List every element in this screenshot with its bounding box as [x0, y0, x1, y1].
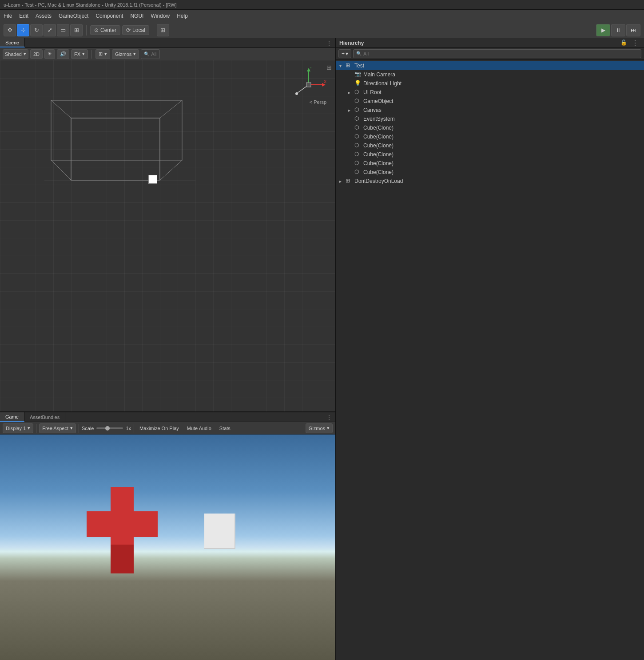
hierarchy-item-4[interactable]: ⬡ GameObject	[336, 97, 644, 106]
rotate-tool-button[interactable]: ↻	[30, 24, 43, 36]
scene-viewport[interactable]: Y X < Persp ⊞	[0, 60, 335, 411]
menu-ngui[interactable]: NGUI	[130, 13, 143, 19]
hierarchy-item-10[interactable]: ⬡ Cube(Clone)	[336, 150, 644, 159]
hierarchy-item-2[interactable]: 💡 Directional Light	[336, 79, 644, 88]
menu-edit[interactable]: Edit	[19, 13, 28, 19]
hier-icon-1: 📷	[354, 71, 362, 78]
scale-slider[interactable]	[96, 427, 123, 429]
hierarchy-item-5[interactable]: ▸ ⬡ Canvas	[336, 106, 644, 115]
center-label: Center	[100, 27, 116, 33]
menu-window[interactable]: Window	[151, 13, 170, 19]
hierarchy-item-9[interactable]: ⬡ Cube(Clone)	[336, 141, 644, 150]
scale-slider-thumb	[105, 426, 110, 431]
main-content: Scene ⋮ Shaded ▾ 2D ☀ 🔊 FX ▾ ⊞ ▾	[0, 38, 644, 660]
audio-button[interactable]: 🔊	[57, 49, 69, 59]
layers-scene-btn[interactable]: ⊞ ▾	[95, 49, 110, 59]
hierarchy-list: ▾ ⊞ Test 📷 Main Camera 💡 Directional Lig…	[336, 59, 644, 660]
mute-audio-button[interactable]: Mute Audio	[184, 423, 214, 433]
toolbar: ✥ ⊹ ↻ ⤢ ▭ ⊞ ⊙ Center ⟳ Local ⊞ ▶ ⏸ ⏭	[0, 22, 644, 38]
svg-rect-13	[306, 83, 311, 87]
hier-arrow-13[interactable]: ▸	[339, 179, 346, 184]
hierarchy-item-13[interactable]: ▸ ⊞ DontDestroyOnLoad	[336, 177, 644, 186]
hier-label-11: Cube(Clone)	[363, 160, 394, 166]
game-gizmos-button[interactable]: Gizmos ▾	[306, 423, 333, 433]
hier-label-7: Cube(Clone)	[363, 125, 394, 131]
hierarchy-add-button[interactable]: + ▾	[338, 49, 351, 58]
scene-gizmo: Y X	[291, 67, 326, 103]
scene-tab-more[interactable]: ⋮	[323, 38, 335, 47]
2d-button[interactable]: 2D	[30, 49, 43, 59]
hierarchy-toolbar: + ▾ 🔍 All	[336, 48, 644, 59]
asset-bundles-tab[interactable]: AssetBundles	[24, 412, 65, 422]
free-aspect-select[interactable]: Free Aspect ▾	[39, 423, 76, 433]
menu-assets[interactable]: Assets	[36, 13, 52, 19]
menu-gameobject[interactable]: GameObject	[59, 13, 88, 19]
game-tab[interactable]: Game	[0, 412, 24, 422]
rect-tool-button[interactable]: ▭	[57, 24, 69, 36]
hierarchy-item-12[interactable]: ⬡ Cube(Clone)	[336, 168, 644, 177]
transform-tool-button[interactable]: ⊞	[70, 24, 83, 36]
scene-object-cube[interactable]	[148, 175, 157, 184]
move-tool-button[interactable]: ⊹	[17, 24, 29, 36]
hierarchy-item-3[interactable]: ▸ ⬡ UI Root	[336, 88, 644, 97]
pause-button[interactable]: ⏸	[611, 24, 625, 36]
hier-label-10: Cube(Clone)	[363, 151, 394, 158]
local-button[interactable]: ⟳ Local	[122, 25, 149, 35]
display-select[interactable]: Display 1 ▾	[3, 423, 33, 433]
persp-label: < Persp	[310, 99, 326, 105]
scale-tool-button[interactable]: ⤢	[44, 24, 56, 36]
fx-button[interactable]: FX ▾	[71, 49, 88, 59]
scene-tab[interactable]: Scene	[0, 38, 25, 47]
hierarchy-item-7[interactable]: ⬡ Cube(Clone)	[336, 123, 644, 132]
hier-label-5: Canvas	[363, 107, 382, 113]
scene-tab-bar: Scene ⋮	[0, 38, 335, 48]
menu-help[interactable]: Help	[177, 13, 188, 19]
hier-label-12: Cube(Clone)	[363, 169, 394, 175]
play-button[interactable]: ▶	[596, 24, 610, 36]
search-box[interactable]: 🔍 All	[141, 49, 159, 59]
toolbar-divider-2	[153, 25, 153, 36]
search-icon: 🔍	[144, 51, 149, 56]
hierarchy-title: Hierarchy	[339, 40, 617, 46]
lighting-button[interactable]: ☀	[44, 49, 55, 59]
step-button[interactable]: ⏭	[626, 24, 640, 36]
menu-component[interactable]: Component	[95, 13, 123, 19]
shading-dropdown-icon: ▾	[24, 51, 26, 57]
game-toolbar-div2	[79, 424, 79, 433]
toolbar-divider-1	[86, 25, 87, 36]
hand-tool-button[interactable]: ✥	[4, 24, 16, 36]
maximize-on-play-button[interactable]: Maximize On Play	[137, 423, 182, 433]
hierarchy-item-8[interactable]: ⬡ Cube(Clone)	[336, 132, 644, 141]
hierarchy-search[interactable]: 🔍 All	[353, 49, 641, 58]
hier-icon-5: ⬡	[354, 107, 362, 114]
gizmos-button[interactable]: Gizmos ▾	[112, 49, 139, 59]
hier-arrow-0[interactable]: ▾	[339, 63, 346, 68]
menu-file[interactable]: File	[4, 13, 12, 19]
hierarchy-item-6[interactable]: ⬡ EventSystem	[336, 115, 644, 123]
center-button[interactable]: ⊙ Center	[90, 25, 120, 35]
scene-wireframe	[44, 91, 195, 189]
game-toolbar: Display 1 ▾ Free Aspect ▾ Scale 1x	[0, 422, 335, 435]
game-tab-bar: Game AssetBundles ⋮	[0, 412, 335, 422]
hier-label-3: UI Root	[363, 89, 382, 95]
hierarchy-item-11[interactable]: ⬡ Cube(Clone)	[336, 159, 644, 168]
hier-icon-0: ⊞	[346, 62, 353, 69]
scene-maximize-button[interactable]: ⊞	[326, 64, 332, 71]
hier-icon-2: 💡	[354, 80, 362, 87]
layers-button[interactable]: ⊞	[157, 24, 169, 36]
hier-arrow-5[interactable]: ▸	[348, 108, 354, 113]
hierarchy-item-0[interactable]: ▾ ⊞ Test	[336, 61, 644, 70]
hier-icon-13: ⊞	[346, 178, 353, 185]
stats-button[interactable]: Stats	[217, 423, 233, 433]
shading-mode-select[interactable]: Shaded ▾	[3, 49, 28, 59]
game-viewport[interactable]	[0, 435, 335, 660]
pivot-icon: ⊙	[94, 27, 99, 33]
menu-bar: File Edit Assets GameObject Component NG…	[0, 10, 644, 22]
game-tab-more[interactable]: ⋮	[323, 412, 335, 422]
hier-label-6: EventSystem	[363, 116, 395, 122]
hierarchy-item-1[interactable]: 📷 Main Camera	[336, 70, 644, 79]
hierarchy-header: Hierarchy 🔓 ⋮	[336, 38, 644, 48]
hier-arrow-3[interactable]: ▸	[348, 90, 354, 95]
lock-icon[interactable]: 🔓	[620, 40, 627, 47]
hierarchy-menu-button[interactable]: ⋮	[630, 40, 640, 47]
